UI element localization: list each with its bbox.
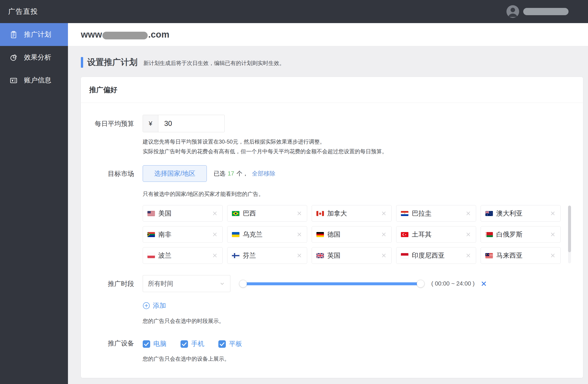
remove-all-link[interactable]: 全部移除	[252, 170, 275, 178]
close-icon[interactable]	[381, 252, 387, 259]
budget-label: 每日平均预算	[81, 115, 134, 156]
plus-circle-icon	[143, 302, 150, 309]
country-scrollbar[interactable]	[568, 206, 571, 263]
flag-icon-za	[147, 232, 155, 237]
budget-row: 每日平均预算 ¥ 建议您先将每日平均预算设置在30-50元，然后根据实际效果逐步…	[81, 115, 583, 156]
close-icon[interactable]	[296, 210, 302, 217]
preferences-card: 推广偏好 每日平均预算 ¥ 建议您先将每日平均预算设置在30-50元，然后根据实…	[81, 77, 583, 378]
close-icon[interactable]	[381, 210, 387, 217]
page-title-accent-bar	[81, 57, 83, 68]
time-select[interactable]: 所有时间	[143, 275, 230, 292]
device-checkbox-item[interactable]: 平板	[218, 339, 242, 348]
budget-input-group: ¥	[143, 115, 225, 132]
device-label: 平板	[229, 339, 242, 348]
device-checkbox-item[interactable]: 电脑	[143, 339, 167, 348]
time-select-value: 所有时间	[148, 279, 173, 288]
close-icon[interactable]	[296, 252, 302, 259]
flag-icon-ca	[316, 211, 324, 216]
selected-suffix: 个，	[236, 170, 248, 178]
checkbox-icon[interactable]	[181, 340, 188, 348]
country-tag: 芬兰	[227, 247, 307, 264]
avatar[interactable]	[506, 5, 519, 18]
flag-icon-id	[401, 253, 408, 258]
close-icon[interactable]	[465, 210, 471, 217]
sidebar-item-label: 推广计划	[24, 30, 51, 39]
budget-help-line: 实际投放广告时每天的花费会有高有低，但一个月中每天平均花费的金额不会超过您设置的…	[143, 146, 583, 156]
remove-schedule-icon[interactable]	[481, 281, 487, 287]
checkbox-icon[interactable]	[143, 340, 150, 348]
market-row: 目标市场 选择国家/地区 已选 17 个， 全部移除 只有被选中的国家/地区的买…	[81, 165, 583, 264]
country-name: 白俄罗斯	[496, 230, 523, 239]
redacted-username-pill	[523, 8, 568, 15]
close-icon[interactable]	[212, 231, 218, 238]
country-name: 乌克兰	[243, 230, 263, 239]
flag-icon-my	[485, 253, 493, 258]
sidebar-item-account[interactable]: 账户信息	[0, 69, 68, 92]
close-icon[interactable]	[550, 252, 556, 259]
card-header: 推广偏好	[81, 77, 583, 103]
currency-prefix: ¥	[143, 115, 158, 132]
content-header: www.com	[68, 23, 588, 46]
close-icon[interactable]	[550, 210, 556, 217]
topbar-user-area[interactable]	[506, 5, 568, 18]
country-name: 土耳其	[412, 230, 431, 239]
select-country-button[interactable]: 选择国家/地区	[143, 165, 207, 182]
user-icon	[506, 5, 519, 18]
close-icon[interactable]	[381, 231, 387, 238]
country-name: 英国	[327, 251, 340, 260]
device-label: 电脑	[153, 339, 167, 348]
page-subtitle: 新计划生成后将于次日生效，编辑已有的计划则实时生效。	[143, 58, 285, 67]
country-tag: 澳大利亚	[481, 205, 561, 222]
selected-count: 17	[228, 170, 234, 177]
add-schedule-button[interactable]: 添加	[143, 301, 166, 310]
country-tag: 南非	[143, 226, 223, 243]
close-icon[interactable]	[212, 252, 218, 259]
close-icon[interactable]	[212, 210, 218, 217]
country-tag: 马来西亚	[481, 247, 561, 264]
sidebar-item-label: 效果分析	[24, 53, 51, 62]
country-grid: 美国 巴西 加拿大 巴拉圭 澳大利亚 南非 乌克兰	[143, 205, 561, 264]
country-tag: 英国	[312, 247, 392, 264]
time-range-slider[interactable]	[241, 280, 423, 288]
market-label: 目标市场	[81, 165, 134, 264]
flag-icon-py	[401, 211, 408, 216]
country-tag: 德国	[312, 226, 392, 243]
close-icon[interactable]	[465, 231, 471, 238]
time-range-label: ( 00:00 ~ 24:00 )	[431, 280, 475, 287]
country-tag: 巴西	[227, 205, 307, 222]
sidebar-item-plans[interactable]: 推广计划	[0, 23, 68, 46]
close-icon[interactable]	[550, 231, 556, 238]
add-label: 添加	[153, 301, 166, 310]
device-checkbox-item[interactable]: 手机	[181, 339, 204, 348]
domain-redaction-pill	[102, 32, 148, 40]
pie-chart-icon	[9, 53, 18, 62]
slider-handle-end[interactable]	[417, 280, 424, 287]
domain-suffix: .com	[148, 29, 169, 40]
topbar: 广告直投	[0, 0, 588, 23]
devices-help: 您的广告只会在选中的设备上展示。	[143, 354, 583, 364]
checkbox-icon[interactable]	[218, 340, 226, 348]
close-icon[interactable]	[296, 231, 302, 238]
site-domain: www.com	[81, 29, 169, 40]
devices-label: 推广设备	[81, 339, 134, 364]
account-card-icon	[9, 76, 18, 85]
country-name: 印度尼西亚	[412, 251, 445, 260]
country-tag: 白俄罗斯	[481, 226, 561, 243]
budget-input[interactable]	[158, 115, 225, 132]
sidebar-item-analysis[interactable]: 效果分析	[0, 46, 68, 69]
sidebar-item-label: 账户信息	[24, 76, 51, 85]
device-options: 电脑 手机 平板	[143, 339, 583, 348]
market-help: 只有被选中的国家/地区的买家才能看到您的广告。	[143, 189, 583, 199]
country-tag: 加拿大	[312, 205, 392, 222]
country-name: 巴拉圭	[412, 209, 431, 218]
budget-help: 建议您先将每日平均预算设置在30-50元，然后根据实际效果逐步进行调整。实际投放…	[143, 137, 583, 156]
devices-row: 推广设备 电脑 手机 平板 您的广告只会在选中的设备上展示。	[81, 339, 583, 364]
scrollbar-thumb[interactable]	[568, 206, 571, 252]
flag-icon-ua	[232, 232, 239, 237]
country-name: 巴西	[243, 209, 256, 218]
country-name: 澳大利亚	[496, 209, 523, 218]
country-name: 波兰	[158, 251, 171, 260]
selected-count-text: 已选 17 个， 全部移除	[214, 170, 275, 178]
slider-handle-start[interactable]	[239, 280, 247, 287]
close-icon[interactable]	[465, 252, 471, 259]
